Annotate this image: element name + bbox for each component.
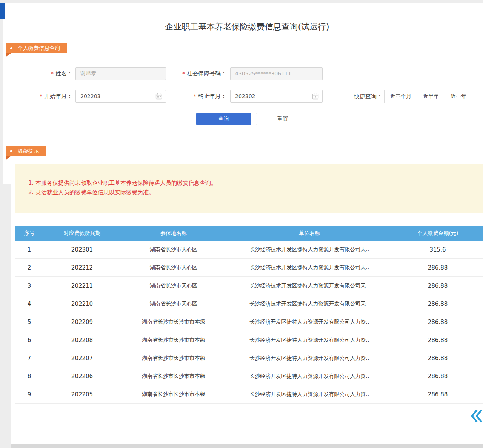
double-chevron-left-icon[interactable] xyxy=(471,409,483,423)
dot-icon xyxy=(10,47,12,49)
end-month-field[interactable] xyxy=(230,90,323,103)
start-month-label: * 开始年月： xyxy=(23,90,72,103)
quick-option-last-half-year[interactable]: 近半年 xyxy=(417,90,445,103)
section-tag-personal-query: 个人缴费信息查询 xyxy=(6,43,67,53)
page-title: 企业职工基本养老保险缴费信息查询(试运行) xyxy=(11,21,483,32)
start-month-field[interactable] xyxy=(75,90,166,103)
name-field xyxy=(75,67,166,80)
payment-table: 序号 对应费款所属期 参保地名称 单位名称 个人缴费金额(元) 1 202301… xyxy=(15,226,483,404)
section-tag-tips-label: 温馨提示 xyxy=(18,148,39,155)
section-tag-tips: 温馨提示 xyxy=(6,146,46,156)
quick-query-label: 快捷查询： xyxy=(346,90,382,103)
quick-query-group: 近三个月 近半年 近一年 xyxy=(384,90,472,103)
table-row: 3 202211 湖南省长沙市天心区 长沙经济技术开发区捷特人力资源开发有限公司… xyxy=(15,277,483,295)
tips-line-2: 2. 灵活就业人员的缴费单位信息以实际缴费为准。 xyxy=(28,188,154,197)
end-month-label: * 终止年月： xyxy=(177,90,226,103)
table-row: 5 202209 湖南省长沙市长沙市市本级 长沙经济开发区捷特人力资源开发有限公… xyxy=(15,313,483,331)
ssn-field xyxy=(230,67,323,80)
ssn-label: * 社会保障号码： xyxy=(162,67,226,80)
query-button[interactable]: 查询 xyxy=(196,113,251,125)
sidebar-accent-block xyxy=(0,3,5,19)
header-area: 参保地名称 xyxy=(121,230,226,237)
name-label: * 姓名： xyxy=(23,67,72,80)
table-row: 8 202206 湖南省长沙市长沙市市本级 长沙经济开发区捷特人力资源开发有限公… xyxy=(15,367,483,385)
reset-button[interactable]: 重置 xyxy=(256,113,309,125)
table-row: 1 202301 湖南省长沙市天心区 长沙经济技术开发区捷特人力资源开发有限公司… xyxy=(15,241,483,259)
required-asterisk: * xyxy=(194,93,196,99)
required-asterisk: * xyxy=(40,93,42,99)
tips-notice-box: 1. 本服务仅提供尚未领取企业职工基本养老保险待遇人员的缴费信息查询。 2. 灵… xyxy=(15,164,483,213)
required-asterisk: * xyxy=(51,71,54,77)
table-header-row: 序号 对应费款所属期 参保地名称 单位名称 个人缴费金额(元) xyxy=(15,226,483,241)
tag-fold xyxy=(6,156,11,160)
table-row: 7 202207 湖南省长沙市长沙市市本级 长沙经济开发区捷特人力资源开发有限公… xyxy=(15,349,483,367)
tag-fold xyxy=(6,53,11,57)
table-row: 6 202208 湖南省长沙市长沙市市本级 长沙经济开发区捷特人力资源开发有限公… xyxy=(15,331,483,349)
quick-option-last-3-months[interactable]: 近三个月 xyxy=(384,90,417,103)
table-row: 9 202205 湖南省长沙市长沙市市本级 长沙经济开发区捷特人力资源开发有限公… xyxy=(15,385,483,404)
dot-icon xyxy=(10,150,12,152)
calendar-icon[interactable] xyxy=(312,93,319,100)
tips-line-1: 1. 本服务仅提供尚未领取企业职工基本养老保险待遇人员的缴费信息查询。 xyxy=(28,178,217,188)
quick-option-last-year[interactable]: 近一年 xyxy=(445,90,472,103)
header-amount: 个人缴费金额(元) xyxy=(392,230,483,237)
header-period: 对应费款所属期 xyxy=(43,230,121,237)
bottom-scroll-strip xyxy=(11,444,483,448)
header-company: 单位名称 xyxy=(226,230,392,237)
required-asterisk: * xyxy=(182,71,185,77)
header-no: 序号 xyxy=(15,230,43,237)
calendar-icon[interactable] xyxy=(155,93,162,100)
table-row: 2 202212 湖南省长沙市天心区 长沙经济技术开发区捷特人力资源开发有限公司… xyxy=(15,259,483,277)
table-row: 4 202210 湖南省长沙市天心区 长沙经济技术开发区捷特人力资源开发有限公司… xyxy=(15,295,483,313)
section-tag-personal-query-label: 个人缴费信息查询 xyxy=(18,45,60,52)
